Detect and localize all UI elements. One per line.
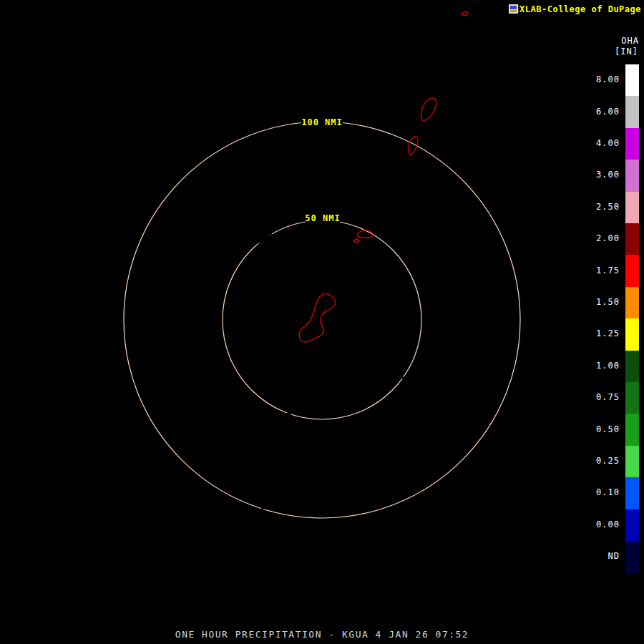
precip-echo — [240, 280, 247, 286]
precip-echo — [434, 431, 443, 436]
precip-echo — [450, 527, 455, 530]
precip-echo — [210, 270, 215, 273]
precip-echo — [409, 545, 414, 549]
precip-echo — [519, 373, 525, 377]
precip-echo — [250, 287, 260, 293]
legend-segment-0.50 — [625, 414, 639, 446]
island-outline-rota — [357, 230, 373, 238]
legend-segment-0.75 — [625, 382, 639, 414]
precip-echo — [471, 436, 477, 440]
legend-segment-0.25 — [625, 446, 639, 478]
precip-echo — [335, 491, 341, 495]
precip-echo — [316, 492, 324, 498]
precip-echo — [394, 496, 400, 500]
precip-echo — [265, 543, 271, 547]
precip-echo — [182, 447, 188, 451]
precip-echo — [203, 264, 208, 268]
precip-echo — [434, 462, 441, 468]
legend-label-4.00: 4.00 — [570, 138, 620, 148]
legend-label-2.00: 2.00 — [570, 233, 620, 243]
precip-echo — [383, 406, 389, 411]
precip-echo — [336, 462, 343, 467]
precip-echo — [277, 120, 281, 124]
island-outline-northern-islet — [462, 11, 468, 16]
precip-echo — [409, 464, 419, 469]
attribution: NEXLAB-College of DuPage — [509, 4, 641, 14]
precip-echo — [286, 82, 292, 87]
precip-echo — [391, 369, 400, 374]
precip-echo — [424, 452, 430, 457]
island-outline-saipan — [421, 98, 436, 120]
precip-echo — [329, 470, 335, 474]
precip-echo — [391, 459, 397, 464]
precip-echo — [316, 406, 326, 412]
precip-echo — [461, 426, 469, 432]
precip-echo — [279, 469, 287, 475]
precip-echo — [439, 522, 447, 527]
precip-echo — [283, 112, 288, 116]
precip-echo — [326, 478, 334, 484]
precip-echo — [236, 391, 240, 394]
precip-echo — [469, 333, 476, 338]
precip-echo — [492, 268, 499, 273]
precip-echo — [335, 167, 338, 170]
precip-echo — [306, 499, 313, 503]
precip-echo — [489, 361, 499, 366]
precip-echo — [425, 276, 434, 282]
precip-echo — [454, 362, 463, 368]
precip-echo — [251, 500, 258, 505]
precip-echo — [228, 385, 233, 389]
precip-echo — [275, 548, 280, 551]
precip-echo — [290, 246, 296, 250]
precip-echo — [469, 472, 476, 476]
range-ring-label-50nmi: 50 NMI — [305, 213, 340, 223]
legend-segment-0.00 — [625, 509, 639, 542]
legend-segment-ND — [625, 541, 639, 573]
precip-echo — [397, 540, 404, 545]
legend-segment-1.00 — [625, 351, 639, 383]
precip-echo — [293, 91, 298, 94]
precip-echo — [269, 421, 275, 426]
precip-echo — [565, 328, 568, 331]
precip-echo — [248, 255, 255, 261]
legend-segment-6.00 — [625, 96, 639, 128]
legend-segment-8.00 — [625, 64, 639, 97]
precip-echo — [460, 445, 468, 450]
precip-echo — [325, 162, 330, 166]
precip-echo — [346, 239, 353, 244]
precip-echo — [279, 253, 288, 259]
radar-display: 100 NMI 50 NMI NEXLAB-College of DuPage … — [0, 0, 644, 644]
precip-echo — [376, 357, 383, 361]
precip-echo — [213, 512, 218, 517]
precip-echo — [359, 479, 369, 485]
legend-label-8.00: 8.00 — [570, 74, 620, 84]
legend-label-0.50: 0.50 — [570, 424, 620, 434]
legend-label-ND: ND — [570, 551, 620, 561]
precip-echo — [530, 378, 535, 382]
range-ring-100nmi — [124, 122, 520, 518]
precip-echo — [361, 352, 369, 357]
precip-echo — [301, 421, 308, 426]
legend-label-1.75: 1.75 — [570, 265, 620, 275]
precip-echo — [342, 483, 348, 488]
legend-label-3.00: 3.00 — [570, 170, 620, 180]
precip-echo — [402, 376, 409, 380]
precip-echo — [557, 336, 562, 339]
range-rings-layer — [124, 117, 520, 518]
precip-echo — [199, 416, 205, 421]
legend-segment-2.50 — [625, 192, 639, 224]
precip-echo — [462, 341, 468, 345]
precip-echo — [290, 476, 295, 480]
precip-echo — [439, 499, 445, 503]
precip-echo — [244, 295, 250, 299]
product-caption: ONE HOUR PRECIPITATION - KGUA 4 JAN 26 0… — [175, 629, 469, 640]
legend-units: [IN] — [615, 47, 638, 57]
range-ring-50nmi — [223, 220, 421, 419]
precip-echoes-layer — [182, 82, 567, 551]
precip-echo — [293, 409, 301, 414]
cod-logo-icon — [509, 4, 518, 14]
legend-label-1.50: 1.50 — [570, 297, 620, 307]
precip-echo — [366, 492, 373, 496]
precip-echo — [547, 331, 552, 336]
island-outline-rota-islet — [353, 239, 359, 243]
